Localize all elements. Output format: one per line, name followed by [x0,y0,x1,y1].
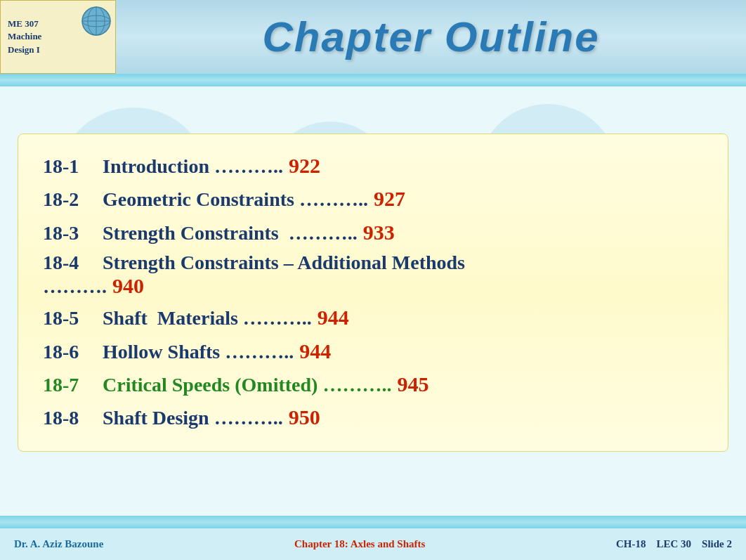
item-page-3: 933 [363,219,395,246]
footer-slide-info: CH-18 LEC 30 Slide 2 [616,538,732,550]
item-title-6: Hollow Shafts [103,339,220,365]
item-page-4: 940 [112,274,144,298]
item-number-4: 18-4 [43,252,103,274]
item-dots-5: ……….. [238,306,312,331]
item-page-1: 922 [289,152,320,179]
item-number-2: 18-2 [43,187,103,212]
item-dots-7: ……….. [318,372,391,398]
item-dots-8: ……….. [209,405,283,431]
item-title-8: Shaft Design [103,405,209,431]
item-page-6: 944 [299,337,331,365]
item-page-8: 950 [289,403,320,431]
item-title-3: Strength Constraints [103,221,279,246]
footer-author: Dr. A. Aziz Bazoune [14,538,103,550]
item-title-5: Shaft Materials [103,306,238,331]
item-number-3: 18-3 [43,221,103,246]
item-number-6: 18-6 [43,339,103,365]
list-item: 18-6 Hollow Shafts ……….. 944 [43,337,703,365]
item-title-7: Critical Speeds (Omitted) [103,372,318,398]
item-dots-6: ……….. [220,339,294,365]
page-title: Chapter Outline [262,13,599,61]
item-title-1: Introduction [103,154,209,179]
item-number-8: 18-8 [43,405,103,431]
footer-ch: CH-18 [616,538,646,550]
item-line-1: 18-4 Strength Constraints – Additional M… [43,252,703,274]
item-dots-3: ……….. [279,221,358,246]
item-dots-4: ………. [43,275,107,298]
logo-text-3: Design I [8,44,40,56]
item-line-2: ………. 940 [43,274,703,298]
list-item: 18-4 Strength Constraints – Additional M… [43,252,703,298]
footer: Dr. A. Aziz Bazoune Chapter 18: Axles an… [0,528,746,560]
footer-slide: Slide 2 [702,538,732,550]
list-item: 18-5 Shaft Materials ……….. 944 [43,304,703,331]
footer-chapter: Chapter 18: Axles and Shafts [294,538,425,550]
item-number-7: 18-7 [43,372,103,398]
item-number-1: 18-1 [43,154,103,179]
list-item: 18-8 Shaft Design ……….. 950 [43,403,703,431]
bottom-divider [0,516,746,528]
list-item: 18-3 Strength Constraints ……….. 933 [43,219,703,246]
item-title-4: Strength Constraints – Additional Method… [103,252,465,274]
content-card: 18-1 Introduction ……….. 922 18-2 Geometr… [18,134,728,452]
list-item: 18-2 Geometric Constraints ……….. 927 [43,185,703,212]
logo-text-2: Machine [8,30,41,43]
footer-lec: LEC 30 [656,538,691,550]
item-dots-1: ……….. [209,154,283,179]
item-number-5: 18-5 [43,306,103,331]
item-page-2: 927 [374,185,405,212]
header-title-area: Chapter Outline [116,0,746,74]
item-dots-2: ……….. [294,187,368,212]
top-divider [0,74,746,86]
list-item: 18-1 Introduction ……….. 922 [43,152,703,179]
list-item: 18-7 Critical Speeds (Omitted) ……….. 945 [43,370,703,398]
header: ME 307 Machine Design I Chapter Outline [0,0,746,74]
globe-icon [81,6,112,37]
item-page-5: 944 [318,304,349,331]
logo-text: ME 307 [8,18,39,30]
item-page-7: 945 [397,370,428,398]
item-title-2: Geometric Constraints [103,187,294,212]
